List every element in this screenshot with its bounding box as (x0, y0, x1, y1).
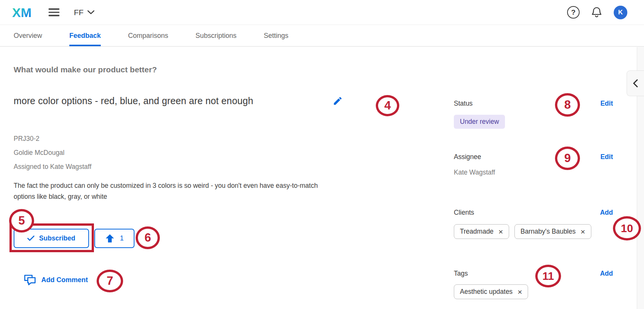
client-chip: Treadmade × (454, 224, 509, 239)
tab-comparisons[interactable]: Comparisons (128, 25, 168, 46)
annotation-circle-8: 8 (555, 93, 580, 117)
idea-metadata: PRJ30-2 Goldie McDougal Assigned to Kate… (14, 132, 91, 174)
tags-label: Tags (454, 270, 468, 278)
workspace-dropdown[interactable]: FF (74, 8, 94, 17)
client-chips: Treadmade × Barnaby's Baubles × (454, 224, 591, 239)
tag-chips: Aesthetic updates × (454, 284, 528, 299)
upvote-arrow-icon (105, 234, 115, 243)
tab-settings[interactable]: Settings (264, 25, 288, 46)
expand-panel-button[interactable] (627, 70, 644, 96)
help-glyph: ? (571, 8, 576, 17)
xm-logo: XM (12, 5, 36, 20)
feedback-question-heading: What would make our product better? (14, 65, 157, 74)
edit-title-pencil-icon[interactable] (333, 96, 343, 106)
check-icon (27, 236, 34, 241)
add-comment-label: Add Comment (41, 276, 88, 284)
help-icon[interactable]: ? (567, 6, 580, 19)
idea-description: The fact the product can only be customi… (14, 180, 318, 202)
clients-add-link[interactable]: Add (600, 209, 613, 217)
chevron-left-icon (633, 79, 638, 87)
top-bar: XM FF ? K (0, 0, 644, 25)
svg-text:XM: XM (12, 5, 31, 20)
comment-icon (23, 274, 36, 286)
tab-feedback[interactable]: Feedback (69, 25, 101, 46)
remove-client-icon[interactable]: × (580, 228, 585, 236)
annotation-circle-5: 5 (9, 209, 34, 233)
assignee-edit-link[interactable]: Edit (600, 153, 613, 161)
annotation-circle-4: 4 (376, 95, 399, 116)
client-chip: Barnaby's Baubles × (514, 224, 591, 239)
tab-overview[interactable]: Overview (14, 25, 42, 46)
assignee-label: Assignee (454, 153, 481, 161)
avatar-initial: K (618, 9, 623, 16)
tag-chip: Aesthetic updates × (454, 284, 528, 299)
notifications-bell-icon[interactable] (591, 6, 602, 19)
upvote-count: 1 (120, 234, 123, 242)
upvote-button[interactable]: 1 (94, 229, 134, 248)
status-edit-link[interactable]: Edit (600, 100, 613, 108)
annotation-circle-11: 11 (535, 265, 561, 287)
chevron-down-icon (88, 10, 94, 14)
annotation-circle-6: 6 (136, 226, 160, 249)
section-tabs: Overview Feedback Comparisons Subscripti… (0, 25, 644, 47)
workspace-label: FF (74, 8, 84, 17)
annotation-circle-10: 10 (613, 216, 641, 240)
clients-label: Clients (454, 209, 474, 217)
annotation-circle-9: 9 (555, 147, 580, 170)
status-label: Status (454, 100, 473, 108)
tab-subscriptions[interactable]: Subscriptions (195, 25, 236, 46)
assignee-value: Kate Wagstaff (454, 169, 495, 176)
menu-icon[interactable] (48, 8, 59, 16)
idea-title: more color options - red, blue, and gree… (14, 95, 253, 106)
tags-add-link[interactable]: Add (600, 270, 613, 278)
idea-assigned-to: Assigned to Kate Wagstaff (14, 160, 91, 174)
add-comment-button[interactable]: Add Comment (23, 274, 88, 286)
remove-client-icon[interactable]: × (499, 228, 503, 236)
user-avatar[interactable]: K (614, 6, 627, 19)
subscribed-label: Subscribed (39, 234, 75, 242)
remove-tag-icon[interactable]: × (517, 288, 522, 296)
idea-id: PRJ30-2 (14, 132, 91, 146)
status-badge: Under review (454, 115, 505, 129)
annotation-circle-7: 7 (97, 270, 123, 292)
idea-author: Goldie McDougal (14, 146, 91, 160)
